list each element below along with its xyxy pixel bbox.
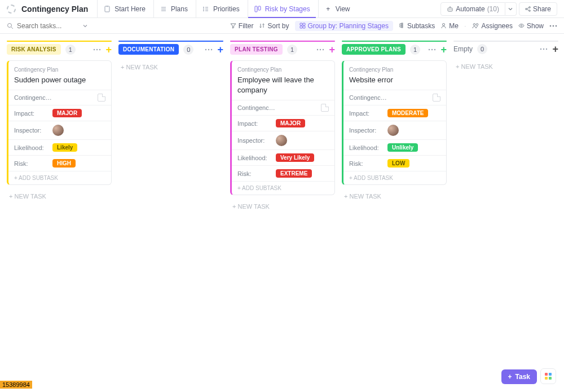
likelihood-row-value[interactable]: Likely xyxy=(52,143,105,152)
risk-row-value[interactable]: HIGH xyxy=(52,159,105,168)
automate-button[interactable]: Automate (10) xyxy=(440,2,505,16)
task-card[interactable]: Contingency PlanWebsite errorContingenc…… xyxy=(342,60,447,185)
add-task-button[interactable]: + xyxy=(329,45,335,55)
column-header: Empty0+ xyxy=(453,41,558,54)
inspector-row-value[interactable] xyxy=(276,135,329,146)
svg-point-24 xyxy=(550,25,552,27)
svg-point-31 xyxy=(208,49,209,50)
add-task-button[interactable]: + xyxy=(105,45,112,55)
likelihood-row: Likelihood:Unlikely xyxy=(343,139,446,155)
tab-priorities[interactable]: Priorities xyxy=(196,0,245,18)
column: APPROVED PLANS1+Contingency PlanWebsite … xyxy=(342,41,447,203)
svg-rect-16 xyxy=(303,26,305,28)
badge: Unlikely xyxy=(387,143,418,152)
column-count: 1 xyxy=(65,45,76,55)
tab-plans[interactable]: Plans xyxy=(153,0,193,18)
top-bar: Contingency Plan Start Here Plans Priori… xyxy=(0,0,564,18)
group-button[interactable]: Group by: Planning Stages xyxy=(295,21,393,31)
risk-row: Risk:HIGH xyxy=(8,155,111,171)
column-label[interactable]: PLAN TESTING xyxy=(230,44,283,55)
more-button[interactable] xyxy=(549,25,557,27)
column-label[interactable]: RISK ANALYSIS xyxy=(7,44,61,55)
automate-dropdown[interactable] xyxy=(505,2,517,16)
inspector-row-label: Inspector: xyxy=(237,137,276,144)
search-input[interactable] xyxy=(17,22,79,30)
group-label: Group by: Planning Stages xyxy=(308,22,389,30)
svg-rect-5 xyxy=(258,6,261,10)
add-task-button[interactable]: + xyxy=(552,44,558,54)
me-button[interactable]: Me xyxy=(440,22,459,30)
share-icon xyxy=(525,6,531,12)
add-subtask-button[interactable]: + ADD SUBTASK xyxy=(232,181,334,195)
add-subtask-button[interactable]: + ADD SUBTASK xyxy=(8,171,111,184)
new-task-link[interactable]: + NEW TASK xyxy=(7,190,112,203)
column-more-button[interactable] xyxy=(93,49,101,51)
risk-row-value[interactable]: EXTREME xyxy=(276,169,329,178)
column-label[interactable]: DOCUMENTATION xyxy=(118,44,179,55)
likelihood-row-label: Likelihood: xyxy=(349,144,387,151)
chevron-down-icon[interactable] xyxy=(82,23,88,29)
new-task-link[interactable]: + NEW TASK xyxy=(453,60,558,73)
add-task-button[interactable]: + xyxy=(217,45,223,55)
badge: HIGH xyxy=(52,159,76,168)
avatar[interactable] xyxy=(387,125,399,136)
column-more-button[interactable] xyxy=(428,49,436,51)
svg-point-20 xyxy=(443,24,445,26)
doc-icon[interactable] xyxy=(321,104,329,112)
subtasks-button[interactable]: Subtasks xyxy=(399,22,435,30)
inspector-row-value[interactable] xyxy=(387,125,440,136)
column: PLAN TESTING1+Contingency PlanEmployee w… xyxy=(230,41,335,213)
avatar[interactable] xyxy=(276,135,287,146)
page-title: Contingency Plan xyxy=(21,5,88,14)
risk-row-value[interactable]: LOW xyxy=(387,159,440,168)
column-more-button[interactable] xyxy=(316,49,324,51)
doc-icon[interactable] xyxy=(433,94,440,102)
doc-icon[interactable] xyxy=(98,94,105,102)
me-label: Me xyxy=(449,22,459,30)
assignees-button[interactable]: Assignees xyxy=(472,22,513,30)
new-task-link[interactable]: + NEW TASK xyxy=(342,190,447,203)
likelihood-row-value[interactable]: Very Likely xyxy=(276,153,329,162)
add-task-button[interactable]: + xyxy=(440,45,447,55)
column-label[interactable]: APPROVED PLANS xyxy=(342,44,406,55)
tab-add-view[interactable]: + View xyxy=(318,0,356,18)
robot-icon xyxy=(447,6,453,12)
impact-row-value[interactable]: MAJOR xyxy=(276,119,329,127)
avatar[interactable] xyxy=(52,125,64,136)
task-card[interactable]: Contingency PlanSudden power outageConti… xyxy=(7,60,112,185)
tab-risk-by-stages[interactable]: Risk by Stages xyxy=(248,0,316,18)
column-more-button[interactable] xyxy=(540,48,548,50)
show-button[interactable]: Show xyxy=(518,22,544,30)
svg-rect-15 xyxy=(300,26,302,28)
svg-point-37 xyxy=(431,49,433,50)
new-task-link[interactable]: + NEW TASK xyxy=(118,60,223,74)
app-icon xyxy=(7,5,16,14)
filter-button[interactable]: Filter xyxy=(230,22,254,30)
board-icon xyxy=(254,5,262,13)
automate-label: Automate xyxy=(456,5,484,13)
column-more-button[interactable] xyxy=(205,49,213,51)
subtasks-icon xyxy=(399,23,405,29)
apps-button[interactable] xyxy=(540,368,556,372)
column-count: 1 xyxy=(287,45,297,55)
new-task-link[interactable]: + NEW TASK xyxy=(230,200,335,213)
sort-button[interactable]: Sort by xyxy=(259,22,289,30)
impact-row-label: Impact: xyxy=(349,110,387,117)
badge: MAJOR xyxy=(276,119,305,127)
tab-start-here[interactable]: Start Here xyxy=(97,0,151,18)
risk-row-label: Risk: xyxy=(349,160,387,167)
svg-point-23 xyxy=(521,25,522,27)
search-wrap xyxy=(7,22,91,30)
add-subtask-button[interactable]: + ADD SUBTASK xyxy=(343,171,446,184)
tool-bar: Filter Sort by Group by: Planning Stages… xyxy=(0,18,564,34)
new-task-button[interactable]: + Task xyxy=(501,369,537,372)
card-header: Contingency PlanSudden power outage xyxy=(8,67,111,90)
share-button[interactable]: Share xyxy=(519,2,557,16)
task-card[interactable]: Contingency PlanEmployee will leave the … xyxy=(230,60,335,195)
field-doc-row: Contingenc… xyxy=(232,100,334,115)
likelihood-row-value[interactable]: Unlikely xyxy=(387,143,440,152)
impact-row-value[interactable]: MODERATE xyxy=(387,109,440,117)
svg-rect-18 xyxy=(402,25,403,26)
inspector-row-value[interactable] xyxy=(52,125,105,136)
impact-row-value[interactable]: MAJOR xyxy=(52,109,105,117)
